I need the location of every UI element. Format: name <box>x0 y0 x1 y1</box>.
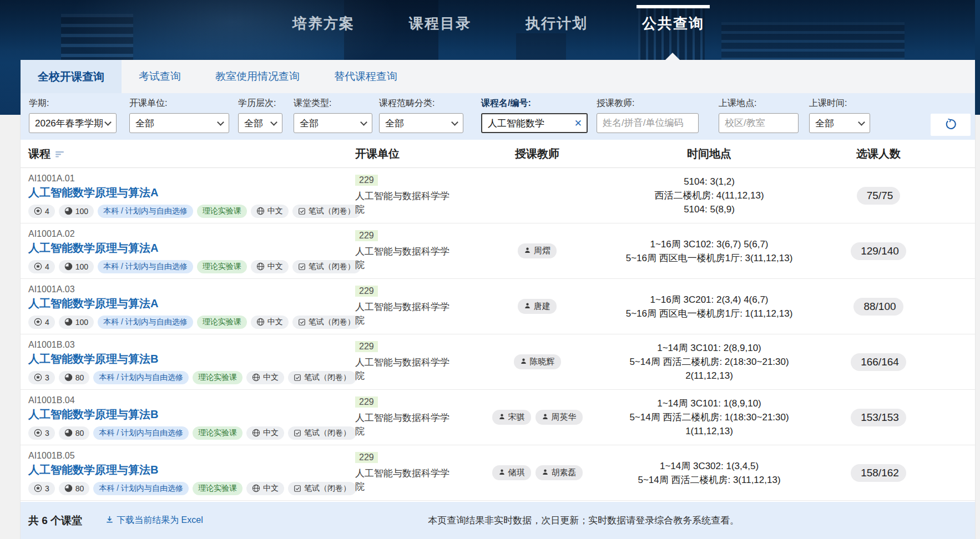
star-icon <box>34 429 42 437</box>
refresh-button[interactable] <box>931 114 971 136</box>
unit-name: 人工智能与数据科学学院 <box>355 356 455 383</box>
time-label: 上课时间: <box>809 98 870 109</box>
course-code: AI1001A.03 <box>28 284 335 294</box>
teacher-input[interactable] <box>597 113 699 133</box>
enrollment-badge: 129/140 <box>851 242 906 260</box>
course-badge: 3 <box>28 371 55 384</box>
query-tabbar: 全校开课查询 考试查询 教室使用情况查询 替代课程查询 <box>21 60 975 93</box>
unit-name: 人工智能与数据科学学院 <box>355 245 455 272</box>
active-nav-underline <box>637 5 710 8</box>
schedule-lines: 1~16周 3C201: 2(3,4) 4(6,7)5~16周 西区电一楼机房1… <box>601 293 817 321</box>
tab-exam-query[interactable]: 考试查询 <box>122 60 198 93</box>
chevron-down-icon <box>360 119 367 126</box>
filter-level: 学历层次: 全部 <box>238 98 282 133</box>
course-badge: 4 <box>28 260 55 273</box>
globe-icon <box>256 262 265 271</box>
course-badge: 80 <box>59 426 90 440</box>
globe-icon <box>252 484 260 492</box>
table-row: AI1001A.01 人工智能数学原理与算法A 4100本科 / 计划内与自由选… <box>21 168 975 223</box>
course-badge: 本科 / 计划内与自由选修 <box>98 205 193 218</box>
course-badge: 3 <box>28 426 55 440</box>
unit-code-badge: 229 <box>355 396 378 408</box>
course-badge: 80 <box>59 482 90 495</box>
unit-label: 开课单位: <box>129 98 229 109</box>
enrollment-badge: 158/162 <box>851 464 906 482</box>
enrollment-badge: 153/153 <box>851 409 906 426</box>
unit-code-badge: 229 <box>355 175 378 186</box>
schedule-line: 5~14周 西活二楼机房: 1(18:30~21:30) <box>601 410 817 424</box>
schedule-line: 1~14周 3C302: 1(3,4,5) <box>601 459 817 473</box>
teacher-badge: 储琪 <box>492 465 531 480</box>
level-select[interactable]: 全部 <box>238 113 282 133</box>
schedule-line: 2(11,12,13) <box>601 369 817 383</box>
tab-substitute-course[interactable]: 替代课程查询 <box>317 60 415 93</box>
schedule-line: 1~16周 3C102: 3(6,7) 5(6,7) <box>601 237 817 251</box>
semester-select[interactable]: 2026年春季学期 <box>29 113 117 133</box>
nav-item-public-query[interactable]: 公共查询 <box>642 14 704 33</box>
clear-x-icon[interactable]: ✕ <box>574 119 582 128</box>
refresh-icon <box>944 118 957 133</box>
course-title-link[interactable]: 人工智能数学原理与算法B <box>28 462 158 477</box>
course-list: AI1001A.01 人工智能数学原理与算法A 4100本科 / 计划内与自由选… <box>21 168 975 501</box>
class-type-label: 课堂类型: <box>294 98 372 109</box>
chevron-down-icon <box>104 119 112 126</box>
teacher-badge: 陈晓辉 <box>514 354 561 369</box>
time-select[interactable]: 全部 <box>809 113 870 133</box>
filter-time: 上课时间: 全部 <box>809 98 870 133</box>
course-badge: 本科 / 计划内与自由选修 <box>93 482 189 495</box>
course-badges: 380本科 / 计划内与自由选修理论实验课中文笔试（闭卷） <box>28 371 335 384</box>
nav-item-execution-plan[interactable]: 执行计划 <box>526 14 588 33</box>
class-type-select[interactable]: 全部 <box>294 113 372 133</box>
schedule-line: 5104: 3(1,2) <box>601 175 817 189</box>
nav-item-training-plan[interactable]: 培养方案 <box>292 14 355 33</box>
sort-lines-icon[interactable] <box>55 148 65 160</box>
course-name-input[interactable] <box>483 118 574 129</box>
download-icon <box>105 515 114 526</box>
chevron-down-icon <box>270 119 277 126</box>
category-label: 课程范畴分类: <box>379 98 463 109</box>
course-title-link[interactable]: 人工智能数学原理与算法A <box>28 296 158 311</box>
course-code: AI1001B.03 <box>28 340 335 350</box>
person-icon <box>524 302 531 311</box>
star-icon <box>34 262 42 271</box>
course-title-link[interactable]: 人工智能数学原理与算法B <box>28 352 158 367</box>
category-value: 全部 <box>385 117 404 130</box>
header-enrollment: 选课人数 <box>817 146 939 161</box>
check-icon <box>294 374 301 382</box>
check-icon <box>298 207 306 215</box>
time-value: 全部 <box>815 117 834 130</box>
nav-item-course-catalog[interactable]: 课程目录 <box>409 14 471 33</box>
filter-class-type: 课堂类型: 全部 <box>294 98 372 133</box>
schedule-line: 1~14周 3C101: 2(8,9,10) <box>601 341 817 355</box>
download-excel-link[interactable]: 下载当前结果为 Excel <box>105 515 203 526</box>
filter-teacher: 授课教师: <box>597 98 699 133</box>
course-badge: 4 <box>28 316 55 329</box>
person-icon <box>542 413 549 422</box>
course-title-link[interactable]: 人工智能数学原理与算法A <box>28 185 158 200</box>
course-title-link[interactable]: 人工智能数学原理与算法B <box>28 407 158 422</box>
unit-select[interactable]: 全部 <box>129 113 229 133</box>
unit-name: 人工智能与数据科学学院 <box>355 411 455 438</box>
schedule-line: 1~16周 3C201: 2(3,4) 4(6,7) <box>601 293 817 307</box>
table-row: AI1001A.03 人工智能数学原理与算法A 4100本科 / 计划内与自由选… <box>21 279 975 334</box>
category-select[interactable]: 全部 <box>379 113 463 133</box>
tab-school-courses[interactable]: 全校开课查询 <box>21 60 122 93</box>
course-code: AI1001A.01 <box>28 174 335 184</box>
enrollment-badge: 166/164 <box>851 353 906 371</box>
course-badges: 4100本科 / 计划内与自由选修理论实验课中文笔试（闭卷） <box>28 316 335 329</box>
tab-classroom-usage[interactable]: 教室使用情况查询 <box>198 60 317 93</box>
person-icon <box>520 357 527 367</box>
chevron-down-icon <box>217 119 224 126</box>
course-badge: 80 <box>59 371 90 384</box>
panel-notch-arrow <box>665 53 680 60</box>
filter-unit: 开课单位: 全部 <box>129 98 229 133</box>
course-name-input-wrap: ✕ <box>481 113 588 133</box>
teacher-badge: 周英华 <box>536 410 583 425</box>
location-input[interactable] <box>719 113 799 133</box>
course-title-link[interactable]: 人工智能数学原理与算法A <box>28 241 158 256</box>
star-icon <box>34 484 42 492</box>
schedule-lines: 1~14周 3C101: 1(8,9,10)5~14周 西活二楼机房: 1(18… <box>601 396 817 438</box>
nav-item-label: 公共查询 <box>642 15 704 32</box>
course-badges: 380本科 / 计划内与自由选修理论实验课中文笔试（闭卷） <box>28 426 335 440</box>
semester-label: 学期: <box>29 98 117 109</box>
